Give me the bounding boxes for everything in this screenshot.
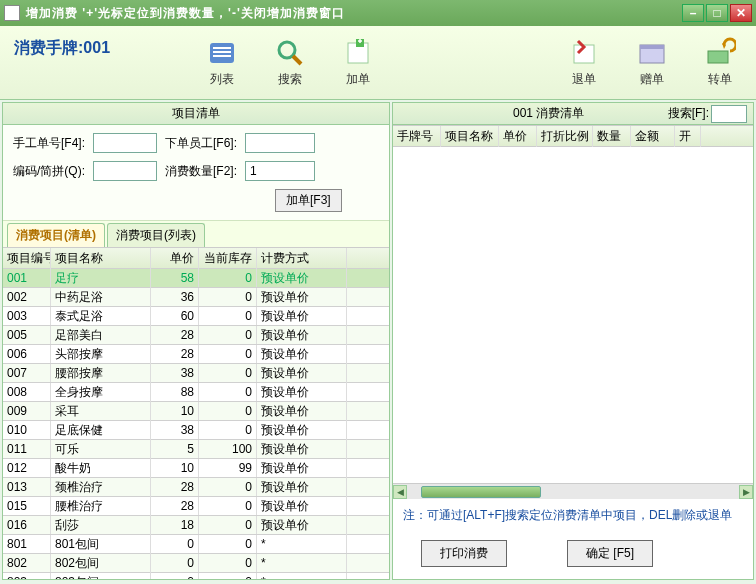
table-row[interactable]: 016刮莎180预设单价: [3, 516, 389, 535]
employee-label: 下单员工[F6]:: [165, 135, 237, 152]
search-label: 搜索[F]:: [668, 105, 709, 122]
tool-label: 列表: [210, 71, 234, 88]
ok-button[interactable]: 确定 [F5]: [567, 540, 653, 567]
list-button[interactable]: 列表: [200, 37, 244, 88]
right-pane-title: 001 消费清单: [513, 105, 584, 122]
minimize-button[interactable]: –: [682, 4, 704, 22]
add-order-button[interactable]: 加单[F3]: [275, 189, 342, 212]
left-pane: 项目清单 手工单号[F4]: 下单员工[F6]: 编码/简拼(Q): 消费数量[…: [2, 102, 390, 580]
table-row[interactable]: 007腰部按摩380预设单价: [3, 364, 389, 383]
table-row[interactable]: 006头部按摩280预设单价: [3, 345, 389, 364]
svg-rect-11: [708, 51, 728, 63]
table-row[interactable]: 015腰椎治疗280预设单价: [3, 497, 389, 516]
search-input[interactable]: [711, 105, 747, 123]
grid-header: 项目编号 项目名称 单价 当前库存 计费方式: [3, 247, 389, 269]
tab-list[interactable]: 消费项目(清单): [7, 223, 105, 247]
manual-no-label: 手工单号[F4]:: [13, 135, 85, 152]
tool-label: 退单: [572, 71, 596, 88]
tag-label: 消费手牌:001: [14, 38, 110, 59]
manual-no-input[interactable]: [93, 133, 157, 153]
scroll-left-icon[interactable]: ◀: [393, 485, 407, 499]
svg-line-5: [293, 56, 301, 64]
table-row[interactable]: 011可乐5100预设单价: [3, 440, 389, 459]
close-button[interactable]: ✕: [730, 4, 752, 22]
window-title: 增加消费 '+'光标定位到消费数量，'-'关闭增加消费窗口: [26, 5, 682, 22]
table-row[interactable]: 008全身按摩880预设单价: [3, 383, 389, 402]
add-icon: [342, 37, 374, 69]
svg-rect-10: [640, 45, 664, 49]
qty-label: 消费数量[F2]:: [165, 163, 237, 180]
add-button[interactable]: 加单: [336, 37, 380, 88]
hint-note: 注：可通过[ALT+F]搜索定位消费清单中项目，DEL删除或退单: [393, 499, 753, 532]
hscrollbar[interactable]: ◀ ▶: [393, 483, 753, 499]
give-icon: [636, 37, 668, 69]
table-row[interactable]: 010足底保健380预设单价: [3, 421, 389, 440]
table-row[interactable]: 002中药足浴360预设单价: [3, 288, 389, 307]
tool-label: 加单: [346, 71, 370, 88]
table-row[interactable]: 003泰式足浴600预设单价: [3, 307, 389, 326]
give-button[interactable]: 赠单: [630, 37, 674, 88]
right-pane-head: 001 消费清单 搜索[F]:: [393, 103, 753, 125]
qty-input[interactable]: [245, 161, 315, 181]
form-area: 手工单号[F4]: 下单员工[F6]: 编码/简拼(Q): 消费数量[F2]: …: [3, 125, 389, 221]
right-grid-header: 手牌号 项目名称 单价 打折比例 数量 金额 开: [393, 125, 753, 147]
code-label: 编码/简拼(Q):: [13, 163, 85, 180]
tool-label: 转单: [708, 71, 732, 88]
code-input[interactable]: [93, 161, 157, 181]
app-icon: [4, 5, 20, 21]
toolbar: 消费手牌:001 列表搜索加单 退单赠单转单: [0, 26, 756, 100]
svg-rect-1: [213, 47, 231, 49]
right-pane: 001 消费清单 搜索[F]: 手牌号 项目名称 单价 打折比例 数量 金额 开…: [392, 102, 754, 580]
tool-label: 搜索: [278, 71, 302, 88]
maximize-button[interactable]: □: [706, 4, 728, 22]
table-row[interactable]: 802802包间00*: [3, 554, 389, 573]
items-grid: 项目编号 项目名称 单价 当前库存 计费方式 001足疗580预设单价002中药…: [3, 247, 389, 579]
table-row[interactable]: 803803包间00*: [3, 573, 389, 579]
search-icon: [274, 37, 306, 69]
svg-rect-3: [213, 55, 231, 57]
table-row[interactable]: 001足疗580预设单价: [3, 269, 389, 288]
scroll-right-icon[interactable]: ▶: [739, 485, 753, 499]
table-row[interactable]: 009采耳100预设单价: [3, 402, 389, 421]
employee-input[interactable]: [245, 133, 315, 153]
search-button[interactable]: 搜索: [268, 37, 312, 88]
return-button[interactable]: 退单: [562, 37, 606, 88]
right-grid-body: [393, 147, 753, 483]
table-row[interactable]: 012酸牛奶1099预设单价: [3, 459, 389, 478]
return-icon: [568, 37, 600, 69]
transfer-icon: [704, 37, 736, 69]
svg-point-4: [279, 42, 295, 58]
tab-grid[interactable]: 消费项目(列表): [107, 223, 205, 247]
table-row[interactable]: 013颈椎治疗280预设单价: [3, 478, 389, 497]
list-icon: [206, 37, 238, 69]
table-row[interactable]: 005足部美白280预设单价: [3, 326, 389, 345]
left-pane-title: 项目清单: [3, 103, 389, 125]
svg-rect-2: [213, 51, 231, 53]
table-row[interactable]: 801801包间00*: [3, 535, 389, 554]
print-button[interactable]: 打印消费: [421, 540, 507, 567]
transfer-button[interactable]: 转单: [698, 37, 742, 88]
scroll-thumb[interactable]: [421, 486, 541, 498]
tool-label: 赠单: [640, 71, 664, 88]
titlebar: 增加消费 '+'光标定位到消费数量，'-'关闭增加消费窗口 – □ ✕: [0, 0, 756, 26]
